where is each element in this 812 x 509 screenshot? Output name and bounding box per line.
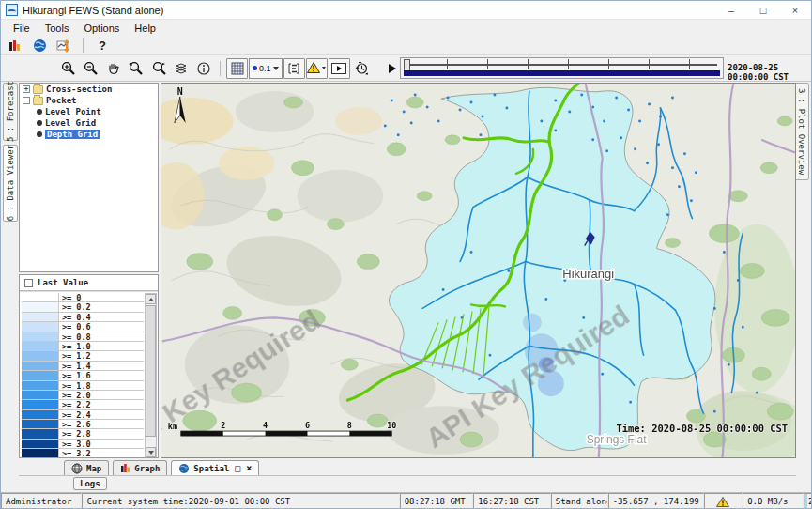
status-gmt-time: 08:27:18 GMT xyxy=(400,493,474,509)
legend-row[interactable]: >= 1.4 xyxy=(22,362,144,371)
close-button[interactable]: × xyxy=(779,1,811,19)
help-button[interactable]: ? xyxy=(92,37,113,54)
legend-row[interactable]: >= 3.2 xyxy=(22,449,144,458)
tab-close-icon[interactable]: × xyxy=(246,463,252,473)
tab-map[interactable]: Map xyxy=(64,460,109,475)
menu-item[interactable]: File xyxy=(7,22,37,35)
zoom-next-icon[interactable] xyxy=(147,58,169,79)
legend-row[interactable]: >= 0 xyxy=(22,293,144,302)
tree-node-label-selected[interactable]: Depth Grid xyxy=(45,130,100,139)
tab-spatial[interactable]: Spatial □ × xyxy=(171,460,259,475)
display-tabs: Map Graph Spatial □ × xyxy=(19,460,796,476)
map-display-icon[interactable] xyxy=(29,37,50,54)
tab-forecast[interactable]: 5 : Forecast xyxy=(3,83,18,141)
bar-chart-icon xyxy=(120,463,130,473)
legend-row[interactable]: >= 2.6 xyxy=(22,420,144,429)
zoom-out-icon[interactable] xyxy=(80,58,101,79)
menu-item[interactable]: Tools xyxy=(38,22,76,35)
legend-color-swatch xyxy=(22,429,59,438)
area-label: Springs Flat xyxy=(587,433,648,446)
animation-player-button[interactable] xyxy=(329,58,350,79)
legend-threshold-label: >= 0.2 xyxy=(59,302,144,311)
zoom-in-icon[interactable] xyxy=(57,58,79,79)
svg-text:6: 6 xyxy=(305,421,310,430)
tab-logs[interactable]: Logs xyxy=(73,477,107,490)
grid-display-button[interactable] xyxy=(226,58,248,79)
tree-node-label[interactable]: Cross-section xyxy=(46,85,112,94)
animation-settings-icon[interactable] xyxy=(351,58,373,79)
tab-plot-overview[interactable]: 3 : Plot Overview xyxy=(794,83,809,180)
legend-threshold-label: >= 1.4 xyxy=(59,362,144,370)
legend-row[interactable]: >= 1.2 xyxy=(22,351,144,361)
collapse-icon[interactable]: - xyxy=(23,97,30,104)
legend-color-swatch xyxy=(22,313,59,321)
tab-graph[interactable]: Graph xyxy=(113,460,167,475)
legend-row[interactable]: >= 0.6 xyxy=(22,322,144,332)
legend-threshold-label: >= 2.2 xyxy=(59,400,144,409)
toolbar-separator xyxy=(220,61,221,76)
legend-row[interactable]: >= 1.0 xyxy=(22,342,144,351)
tree-node-level-point[interactable]: Level Point xyxy=(20,106,158,117)
globe-icon xyxy=(178,463,190,474)
zoom-previous-icon[interactable] xyxy=(125,58,146,79)
legend-row[interactable]: >= 2.4 xyxy=(22,410,144,420)
menu-item[interactable]: Help xyxy=(128,22,162,35)
chevron-down-icon xyxy=(273,67,279,70)
database-icon[interactable] xyxy=(5,37,25,54)
timeseries-display-icon[interactable] xyxy=(54,37,74,54)
thresholds-warning-dropdown[interactable] xyxy=(306,58,328,79)
labels-toggle-button[interactable] xyxy=(283,58,305,79)
legend-color-swatch xyxy=(22,342,59,350)
time-slider[interactable] xyxy=(400,57,724,79)
window-title: Hikurangi FEWS (Stand alone) xyxy=(23,5,163,16)
legend-scrollbar[interactable] xyxy=(145,293,157,458)
legend-threshold-label: >= 3.0 xyxy=(59,440,144,448)
minimize-button[interactable]: – xyxy=(715,1,747,19)
svg-text:N: N xyxy=(177,86,183,97)
scroll-up-icon[interactable] xyxy=(146,294,156,304)
tree-node-label[interactable]: Pocket xyxy=(46,96,77,105)
legend-row[interactable]: >= 1.6 xyxy=(22,371,144,380)
tree-node-label[interactable]: Level Grid xyxy=(45,118,96,128)
interval-value: 0.1 xyxy=(259,64,271,73)
legend-row[interactable]: >= 3.0 xyxy=(22,440,144,449)
svg-text:8: 8 xyxy=(347,421,352,430)
spatial-map[interactable]: API Key Required API Key Required Hikura… xyxy=(161,83,796,458)
status-warning-cell[interactable] xyxy=(704,493,743,509)
tree-node-label[interactable]: Level Point xyxy=(45,107,101,116)
maximize-button[interactable]: □ xyxy=(747,1,779,19)
legend-row[interactable]: >= 2.2 xyxy=(22,400,144,409)
map-canvas[interactable]: API Key Required API Key Required Hikura… xyxy=(161,84,796,458)
legend-row[interactable]: >= 0.8 xyxy=(22,332,144,342)
tree-node-depth-grid[interactable]: Depth Grid xyxy=(20,129,158,140)
legend-color-scale: >= 0 >= 0.2 >= 0.4 >= 0.6 >= 0.8 >= 1.0 xyxy=(22,293,144,458)
last-value-label: Last Value xyxy=(38,278,88,287)
status-local-time: 16:27:18 CST xyxy=(473,493,551,509)
menu-item[interactable]: Options xyxy=(77,22,126,35)
contour-interval-dropdown[interactable]: 0.1 xyxy=(249,58,283,79)
legend-row[interactable]: >= 2.8 xyxy=(22,429,144,439)
last-value-checkbox[interactable] xyxy=(24,279,33,287)
legend-row[interactable]: >= 2.0 xyxy=(22,391,144,400)
tree-node-level-grid[interactable]: Level Grid xyxy=(20,117,158,129)
legend-header: Last Value xyxy=(20,275,158,291)
tree-node-pocket[interactable]: - Pocket xyxy=(20,95,158,106)
scrollbar-thumb[interactable] xyxy=(146,305,156,437)
tab-maximize-icon[interactable]: □ xyxy=(235,463,240,473)
tab-data-viewer[interactable]: 6 : Data Viewer xyxy=(3,145,18,222)
logs-row: Logs xyxy=(19,476,796,491)
expand-icon[interactable]: + xyxy=(23,85,30,93)
bullet-icon xyxy=(37,120,42,126)
tree-node-cross-section[interactable]: + Cross-section xyxy=(20,84,158,95)
layers-icon[interactable] xyxy=(170,58,192,79)
legend-color-swatch xyxy=(22,302,59,311)
pan-hand-icon[interactable] xyxy=(102,58,124,79)
legend-row[interactable]: >= 1.8 xyxy=(22,381,144,391)
folder-icon xyxy=(33,97,43,105)
town-label: Hikurangi xyxy=(562,267,614,281)
legend-row[interactable]: >= 0.2 xyxy=(22,302,144,312)
legend-row[interactable]: >= 0.4 xyxy=(22,313,144,322)
info-icon[interactable] xyxy=(192,58,214,79)
legend-color-swatch xyxy=(22,449,59,457)
scroll-down-icon[interactable] xyxy=(146,447,156,457)
